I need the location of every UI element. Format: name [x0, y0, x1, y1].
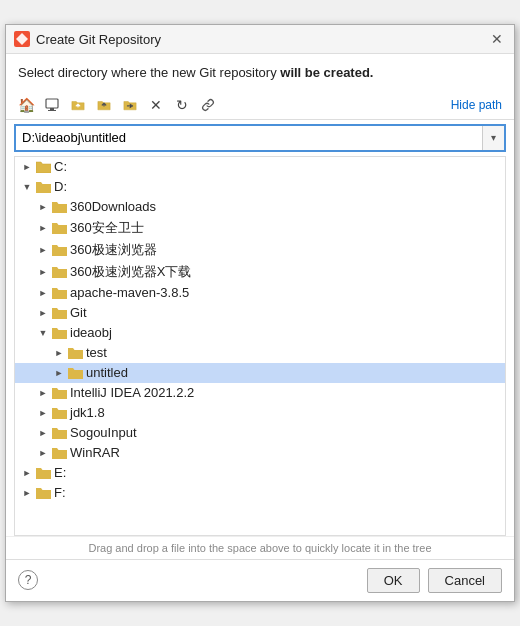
tree-arrow-jdk18: ►	[35, 405, 51, 421]
footer: ? OK Cancel	[6, 559, 514, 601]
folder-icon-360browser	[51, 242, 67, 258]
home-button[interactable]: 🏠	[14, 93, 38, 117]
folder-icon-f	[35, 485, 51, 501]
path-dropdown-button[interactable]: ▾	[482, 126, 504, 150]
tree-label-d: D:	[54, 179, 67, 194]
tree-arrow-360browser: ►	[35, 242, 51, 258]
up-folder-button[interactable]	[92, 93, 116, 117]
tree-arrow-d: ▼	[19, 179, 35, 195]
tree-label-ideaobj: ideaobj	[70, 325, 112, 340]
folder-icon-jdk18	[51, 405, 67, 421]
description-prefix: Select directory where the new Git repos…	[18, 65, 280, 80]
tree-item-e[interactable]: ► E:	[15, 463, 505, 483]
create-git-repo-dialog: Create Git Repository ✕ Select directory…	[5, 24, 515, 601]
tree-item-test[interactable]: ► test	[15, 343, 505, 363]
tree-label-untitled: untitled	[86, 365, 128, 380]
tree-label-360browserx: 360极速浏览器X下载	[70, 263, 191, 281]
tree-item-f[interactable]: ► F:	[15, 483, 505, 503]
up-folder-icon	[97, 98, 111, 112]
tree-arrow-sogou: ►	[35, 425, 51, 441]
ok-button[interactable]: OK	[367, 568, 420, 593]
folder-icon-git	[51, 305, 67, 321]
desktop-icon	[45, 98, 59, 112]
toolbar: 🏠 ✕ ↻	[6, 91, 514, 120]
tree-item-360security[interactable]: ► 360安全卫士	[15, 217, 505, 239]
tree-label-winrar: WinRAR	[70, 445, 120, 460]
expand-folder-button[interactable]	[118, 93, 142, 117]
tree-item-360downloads[interactable]: ► 360Downloads	[15, 197, 505, 217]
help-button[interactable]: ?	[18, 570, 38, 590]
folder-icon-winrar	[51, 445, 67, 461]
folder-icon-ideaobj	[51, 325, 67, 341]
desktop-button[interactable]	[40, 93, 64, 117]
tree-label-f: F:	[54, 485, 66, 500]
tree-arrow-winrar: ►	[35, 445, 51, 461]
dialog-title: Create Git Repository	[36, 32, 482, 47]
cancel-button[interactable]: Cancel	[428, 568, 502, 593]
file-tree[interactable]: ► C: ▼ D: ► 360Downloads ►	[14, 156, 506, 536]
tree-item-untitled[interactable]: ► untitled	[15, 363, 505, 383]
svg-rect-1	[46, 99, 58, 108]
folder-icon-sogou	[51, 425, 67, 441]
tree-arrow-360security: ►	[35, 220, 51, 236]
tree-item-jdk18[interactable]: ► jdk1.8	[15, 403, 505, 423]
refresh-button[interactable]: ↻	[170, 93, 194, 117]
tree-item-git[interactable]: ► Git	[15, 303, 505, 323]
tree-arrow-untitled: ►	[51, 365, 67, 381]
tree-label-git: Git	[70, 305, 87, 320]
tree-arrow-apache: ►	[35, 285, 51, 301]
tree-label-test: test	[86, 345, 107, 360]
footer-left: ?	[18, 570, 359, 590]
tree-label-360security: 360安全卫士	[70, 219, 144, 237]
link-icon	[201, 98, 215, 112]
new-folder-up-button[interactable]	[66, 93, 90, 117]
description-bold: will be created.	[280, 65, 373, 80]
tree-item-winrar[interactable]: ► WinRAR	[15, 443, 505, 463]
tree-arrow-intellij: ►	[35, 385, 51, 401]
expand-folder-icon	[123, 98, 137, 112]
tree-item-c[interactable]: ► C:	[15, 157, 505, 177]
folder-icon-apache	[51, 285, 67, 301]
folder-icon-e	[35, 465, 51, 481]
tree-label-intellij: IntelliJ IDEA 2021.2.2	[70, 385, 194, 400]
close-button[interactable]: ✕	[488, 30, 506, 48]
tree-arrow-c: ►	[19, 159, 35, 175]
delete-button[interactable]: ✕	[144, 93, 168, 117]
tree-item-360browser[interactable]: ► 360极速浏览器	[15, 239, 505, 261]
tree-item-apache[interactable]: ► apache-maven-3.8.5	[15, 283, 505, 303]
tree-item-sogou[interactable]: ► SogouInput	[15, 423, 505, 443]
folder-up-icon	[71, 98, 85, 112]
svg-rect-2	[50, 108, 54, 110]
tree-item-d[interactable]: ▼ D:	[15, 177, 505, 197]
tree-arrow-f: ►	[19, 485, 35, 501]
link-button[interactable]	[196, 93, 220, 117]
svg-rect-3	[48, 110, 56, 111]
folder-icon-360downloads	[51, 199, 67, 215]
git-icon	[14, 31, 30, 47]
drag-hint: Drag and drop a file into the space abov…	[6, 536, 514, 559]
tree-label-apache: apache-maven-3.8.5	[70, 285, 189, 300]
tree-arrow-e: ►	[19, 465, 35, 481]
tree-label-c: C:	[54, 159, 67, 174]
path-input[interactable]	[16, 127, 482, 148]
tree-label-e: E:	[54, 465, 66, 480]
tree-arrow-ideaobj: ▼	[35, 325, 51, 341]
folder-icon-d	[35, 179, 51, 195]
folder-icon-untitled	[67, 365, 83, 381]
folder-icon-test	[67, 345, 83, 361]
path-bar: ▾	[14, 124, 506, 152]
tree-arrow-test: ►	[51, 345, 67, 361]
folder-icon-c	[35, 159, 51, 175]
tree-label-360downloads: 360Downloads	[70, 199, 156, 214]
title-bar: Create Git Repository ✕	[6, 25, 514, 54]
tree-arrow-360browserx: ►	[35, 264, 51, 280]
tree-label-jdk18: jdk1.8	[70, 405, 105, 420]
tree-item-intellij[interactable]: ► IntelliJ IDEA 2021.2.2	[15, 383, 505, 403]
hide-path-button[interactable]: Hide path	[447, 96, 506, 114]
tree-item-ideaobj[interactable]: ▼ ideaobj	[15, 323, 505, 343]
tree-arrow-360downloads: ►	[35, 199, 51, 215]
tree-item-360browserx[interactable]: ► 360极速浏览器X下载	[15, 261, 505, 283]
tree-arrow-git: ►	[35, 305, 51, 321]
description-text: Select directory where the new Git repos…	[6, 54, 514, 90]
folder-icon-360browserx	[51, 264, 67, 280]
